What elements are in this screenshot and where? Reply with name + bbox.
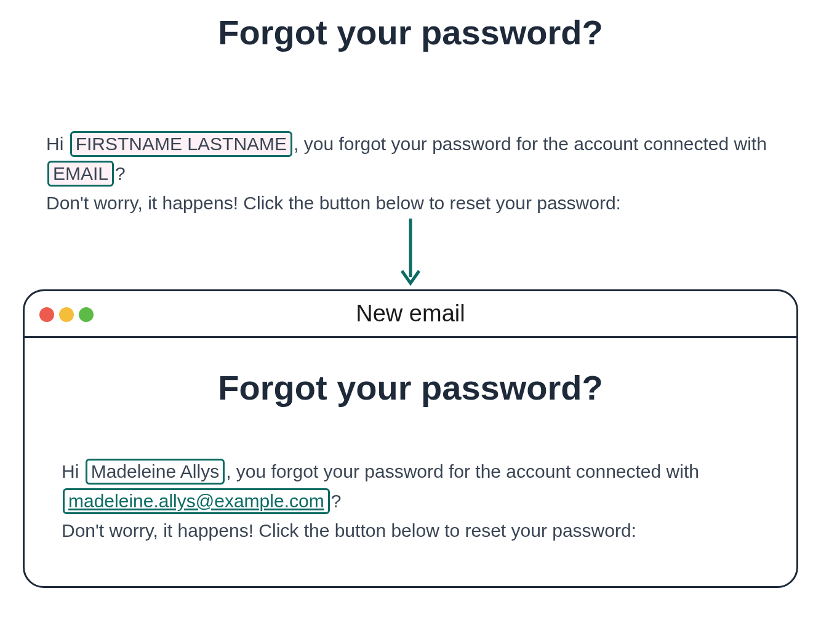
- arrow-down-icon: [0, 215, 821, 292]
- template-text-after-name: , you forgot your password for the accou…: [294, 134, 767, 154]
- minimize-icon[interactable]: [59, 307, 74, 322]
- template-body: Hi FIRSTNAME LASTNAME, you forgot your p…: [46, 129, 779, 218]
- window-titlebar: New email: [25, 291, 796, 338]
- rendered-text-after-email: ?: [331, 491, 342, 511]
- email-window: New email Forgot your password? Hi Madel…: [23, 289, 798, 588]
- window-title: New email: [25, 300, 796, 327]
- maximize-icon[interactable]: [79, 307, 94, 322]
- template-text-line2: Don't worry, it happens! Click the butto…: [46, 193, 621, 213]
- rendered-text-hi: Hi: [62, 461, 79, 481]
- filled-name: Madeleine Allys: [86, 459, 225, 485]
- close-icon[interactable]: [39, 307, 54, 322]
- rendered-text-line2: Don't worry, it happens! Click the butto…: [62, 520, 636, 541]
- rendered-body: Hi Madeleine Allys, you forgot your pass…: [62, 457, 759, 545]
- template-text-hi: Hi: [46, 134, 63, 154]
- filled-email: madeleine.allys@example.com: [63, 488, 330, 514]
- email-link[interactable]: madeleine.allys@example.com: [68, 491, 324, 511]
- rendered-heading: Forgot your password?: [25, 368, 796, 408]
- template-text-after-email: ?: [115, 163, 126, 183]
- placeholder-firstname-lastname: FIRSTNAME LASTNAME: [70, 131, 292, 157]
- window-traffic-lights: [39, 291, 94, 338]
- placeholder-email: EMAIL: [47, 161, 114, 187]
- template-heading: Forgot your password?: [0, 12, 821, 52]
- rendered-text-after-name: , you forgot your password for the accou…: [226, 461, 699, 481]
